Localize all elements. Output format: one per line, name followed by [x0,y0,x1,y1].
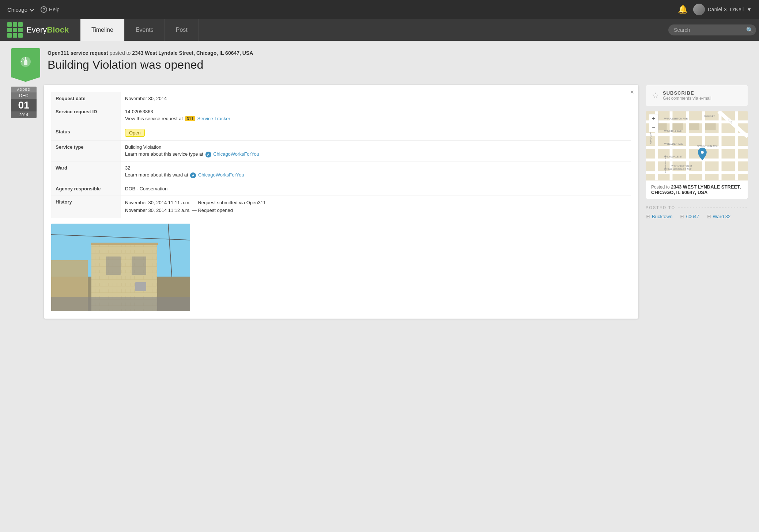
ward-value: 32 [125,165,627,171]
table-row: Ward 32 Learn more about this ward at A … [51,162,631,182]
map-zoom-controls: + − [649,114,658,132]
logo-dot [13,33,17,38]
search-button[interactable]: 🔍 [746,27,754,34]
field-value-request-date: November 30, 2014 [121,92,631,105]
post-title-area: Open311 service request posted to 2343 W… [48,48,253,72]
logo-grid-icon [7,22,23,38]
post-subtitle-address: 2343 West Lyndale Street, Chicago, IL 60… [132,50,253,56]
city-name: Chicago [7,7,27,13]
map-svg: W FULLERTON AVE W MEDILL AVE W BELDEN AV… [646,111,748,180]
list-item: ⊞ Bucktown [646,213,672,219]
logo-dot [13,22,17,27]
close-button[interactable]: × [630,88,634,96]
month-label: DEC [11,92,37,99]
svg-rect-14 [135,282,146,291]
post-title: Building Violation was opened [48,58,253,72]
field-label-service-type: Service type [51,141,121,162]
photo-svg [51,224,190,311]
photo-placeholder [51,224,190,311]
chicago-works-link-ward[interactable]: ChicagoWorksForYou [198,172,244,178]
search-input[interactable] [668,24,756,35]
post-subtitle-to: posted to [110,50,131,56]
table-row: Service type Building Violation Learn mo… [51,141,631,162]
list-item: ⊞ 60647 [680,213,699,219]
chicago-works-icon-ward: A [190,172,196,178]
user-name: Daniel X. O'Neil [708,7,744,12]
svg-text:N OAKLEY: N OAKLEY [704,115,715,117]
svg-point-3 [25,58,26,60]
logo-dot [18,33,23,38]
svg-rect-30 [735,111,738,180]
logo-dot [18,28,23,32]
subscribe-sub-text: Get comments via e-mail [663,96,711,101]
avatar [693,4,705,15]
field-label-status: Status [51,125,121,141]
zip-code-link[interactable]: 60647 [686,214,699,219]
grid-icon: ⊞ [707,213,711,219]
chevron-down-icon [30,7,34,11]
ward-link-text: Learn more about this ward at [125,172,188,178]
post-header: Open311 service request posted to 2343 W… [0,41,759,85]
field-label-ward: Ward [51,162,121,182]
top-navigation: Chicago ? Help 🔔 Daniel X. O'Neil ▼ [0,0,759,19]
tab-timeline[interactable]: Timeline [80,19,125,41]
service-type-link-row: Learn more about this service type at A … [125,151,627,157]
notification-bell-icon[interactable]: 🔔 [678,5,688,14]
field-label-history: History [51,195,121,218]
service-request-icon [19,55,32,71]
logo-dot [13,28,17,32]
list-item: ⊞ Ward 32 [707,213,731,219]
logo-text: EveryBlock [26,25,69,35]
logo-dot [7,22,12,27]
help-link[interactable]: ? Help [41,6,60,13]
date-badge: ADDED DEC 01 2014 [11,87,37,118]
bucktown-link[interactable]: Bucktown [652,214,672,219]
chicago-works-link-service[interactable]: ChicagoWorksForYou [213,151,259,157]
table-row: Agency responsible DOB - Conservation [51,182,631,195]
service-tracker-link[interactable]: Service Tracker [197,116,230,121]
tab-events[interactable]: Events [125,19,165,41]
svg-point-48 [701,151,704,154]
post-icon-wrap [11,48,40,77]
date-sidebar: ADDED DEC 01 2014 [11,85,37,118]
main-layout: ADDED DEC 01 2014 × Request date Novembe… [0,85,759,330]
posted-to-section: POSTED TO ⊞ Bucktown ⊞ 60647 ⊞ Ward 32 [646,204,748,221]
subscribe-text-area: SUBSCRIBE Get comments via e-mail [663,90,711,101]
field-value-service-type: Building Violation Learn more about this… [121,141,631,162]
logo-dot [7,33,12,38]
zoom-out-button[interactable]: − [649,123,658,132]
field-label-service-request-id: Service request ID [51,105,121,125]
history-line-2: November 30, 2014 11:12 a.m. — Request o… [125,207,627,214]
logo-area: EveryBlock [0,19,80,41]
subscribe-box[interactable]: ☆ SUBSCRIBE Get comments via e-mail [646,85,748,106]
map-address-prefix: Posted to [651,185,670,190]
history-line-1: November 30, 2014 11:11 a.m. — Request s… [125,199,627,207]
table-row: Status Open [51,125,631,141]
subscribe-label: SUBSCRIBE [663,90,711,96]
page-content: Open311 service request posted to 2343 W… [0,41,759,532]
search-area: 🔍 [663,19,759,41]
day-label: 01 [11,99,37,111]
nav-tabs: Timeline Events Post [80,19,663,41]
ward-link[interactable]: Ward 32 [713,214,731,219]
user-menu[interactable]: Daniel X. O'Neil ▼ [693,4,752,15]
status-badge: Open [125,129,145,137]
posted-to-items: ⊞ Bucktown ⊞ 60647 ⊞ Ward 32 [646,213,748,219]
logo-dot [18,22,23,27]
top-nav-left: Chicago ? Help [7,6,60,13]
svg-rect-11 [91,243,158,245]
tab-post[interactable]: Post [165,19,199,41]
logo-dot [7,28,12,32]
zoom-in-button[interactable]: + [649,114,658,123]
city-selector[interactable]: Chicago [7,7,33,13]
service-type-value: Building Violation [125,144,627,150]
map-box: W FULLERTON AVE W MEDILL AVE W BELDEN AV… [646,111,748,199]
svg-rect-35 [705,123,716,130]
svg-rect-12 [106,256,121,275]
table-row: History November 30, 2014 11:11 a.m. — R… [51,195,631,218]
map-address: Posted to 2343 WEST LYNDALE STREET, CHIC… [646,180,748,199]
field-value-ward: 32 Learn more about this ward at A Chica… [121,162,631,182]
field-label-agency: Agency responsible [51,182,121,195]
field-value-agency: DOB - Conservation [121,182,631,195]
svg-rect-29 [719,111,722,180]
